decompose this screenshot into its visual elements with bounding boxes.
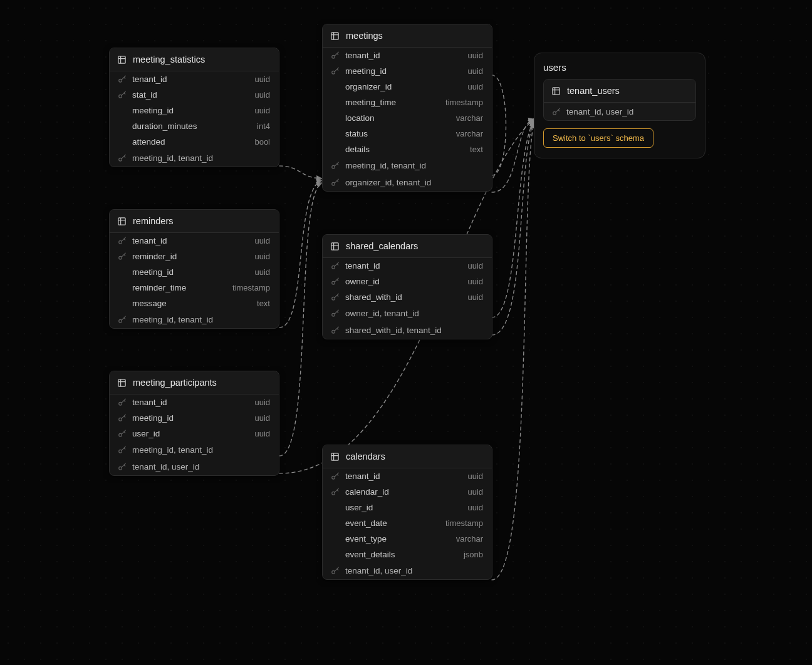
foreign-key-row: owner_id, tenant_id xyxy=(323,305,492,322)
svg-rect-8 xyxy=(118,379,125,386)
column-name: meeting_id xyxy=(132,267,249,277)
table-title: meeting_statistics xyxy=(133,54,205,64)
link-icon xyxy=(117,446,127,455)
column-row: tenant_iduuid xyxy=(110,233,279,249)
table-icon xyxy=(330,31,340,41)
table-icon xyxy=(551,86,561,96)
table-title: shared_calendars xyxy=(346,241,418,251)
table-title: meeting_participants xyxy=(133,378,217,388)
table-header: calendars xyxy=(323,445,492,468)
key-icon xyxy=(330,472,340,481)
column-name: user_id xyxy=(132,429,249,438)
column-type: uuid xyxy=(467,261,483,271)
table-title: calendars xyxy=(346,451,385,461)
column-type: uuid xyxy=(467,503,483,512)
column-row: detailstext xyxy=(323,142,492,157)
column-row: tenant_iduuid xyxy=(323,258,492,274)
fk-columns: tenant_id, user_id xyxy=(132,462,270,472)
column-row: stat_iduuid xyxy=(110,87,279,103)
table-title: tenant_users xyxy=(567,86,620,96)
table-tenant-users[interactable]: tenant_users tenant_id, user_id xyxy=(543,79,696,121)
column-row: messagetext xyxy=(110,296,279,311)
table-header: meeting_statistics xyxy=(110,48,279,71)
column-name: attended xyxy=(132,137,249,147)
table-calendars[interactable]: calendars tenant_iduuidcalendar_iduuidus… xyxy=(322,445,492,580)
table-icon xyxy=(330,452,340,461)
table-icon xyxy=(117,217,127,226)
column-row: tenant_iduuid xyxy=(323,48,492,63)
fk-columns: meeting_id, tenant_id xyxy=(132,315,270,324)
column-type: jsonb xyxy=(464,550,483,559)
table-body: tenant_id, user_id xyxy=(544,103,695,120)
column-row: shared_with_iduuid xyxy=(323,289,492,305)
column-row: event_detailsjsonb xyxy=(323,547,492,562)
schema-box-users[interactable]: users tenant_users tenant_id, user_id Sw… xyxy=(534,53,705,158)
column-row: meeting_iduuid xyxy=(110,103,279,118)
column-type: uuid xyxy=(254,90,270,100)
link-icon xyxy=(330,567,340,575)
table-meetings[interactable]: meetings tenant_iduuidmeeting_iduuidorga… xyxy=(322,24,492,192)
foreign-key-row: organizer_id, tenant_id xyxy=(323,174,492,191)
column-name: owner_id xyxy=(345,277,462,286)
column-name: tenant_id xyxy=(132,75,249,84)
column-type: uuid xyxy=(254,252,270,261)
column-type: uuid xyxy=(467,82,483,91)
table-header: meetings xyxy=(323,24,492,48)
schema-title: users xyxy=(543,62,696,73)
key-icon xyxy=(330,293,340,302)
foreign-key-row: meeting_id, tenant_id xyxy=(110,150,279,167)
switch-schema-button[interactable]: Switch to `users` schema xyxy=(543,128,653,148)
foreign-key-row: shared_with_id, tenant_id xyxy=(323,322,492,339)
column-type: varchar xyxy=(456,534,483,544)
table-shared-calendars[interactable]: shared_calendars tenant_iduuidowner_iduu… xyxy=(322,234,492,339)
column-row: locationvarchar xyxy=(323,110,492,126)
fk-columns: tenant_id, user_id xyxy=(345,566,483,575)
column-name: reminder_id xyxy=(132,252,249,261)
table-reminders[interactable]: reminders tenant_iduuidreminder_iduuidme… xyxy=(109,209,279,329)
column-name: stat_id xyxy=(132,90,249,100)
column-type: uuid xyxy=(467,292,483,302)
column-type: uuid xyxy=(467,472,483,481)
column-name: reminder_time xyxy=(132,283,227,292)
column-row: duration_minutesint4 xyxy=(110,118,279,134)
column-type: text xyxy=(470,145,483,154)
fk-columns: organizer_id, tenant_id xyxy=(345,178,483,187)
foreign-key-row: meeting_id, tenant_id xyxy=(110,441,279,458)
column-name: meeting_time xyxy=(345,98,440,107)
link-icon xyxy=(117,463,127,472)
fk-columns: tenant_id, user_id xyxy=(566,107,687,116)
column-name: shared_with_id xyxy=(345,292,462,302)
column-name: location xyxy=(345,113,451,123)
key-icon xyxy=(117,398,127,407)
column-type: varchar xyxy=(456,129,483,138)
column-name: tenant_id xyxy=(345,261,462,271)
column-row: meeting_iduuid xyxy=(323,63,492,79)
key-icon xyxy=(117,252,127,261)
column-row: event_datetimestamp xyxy=(323,515,492,531)
svg-rect-0 xyxy=(118,56,125,63)
column-type: text xyxy=(257,299,270,308)
column-row: calendar_iduuid xyxy=(323,484,492,500)
column-type: uuid xyxy=(254,75,270,84)
column-row: statusvarchar xyxy=(323,126,492,142)
fk-columns: meeting_id, tenant_id xyxy=(132,445,270,455)
column-name: event_date xyxy=(345,518,440,528)
table-body: tenant_iduuidowner_iduuidshared_with_idu… xyxy=(323,258,492,339)
table-meeting-statistics[interactable]: meeting_statistics tenant_iduuidstat_idu… xyxy=(109,48,279,167)
key-icon xyxy=(117,237,127,245)
column-type: uuid xyxy=(467,487,483,497)
link-icon xyxy=(330,178,340,187)
column-type: uuid xyxy=(254,106,270,115)
column-name: meeting_id xyxy=(345,66,462,76)
key-icon xyxy=(330,488,340,497)
table-meeting-participants[interactable]: meeting_participants tenant_iduuidmeetin… xyxy=(109,371,279,476)
column-name: duration_minutes xyxy=(132,121,252,131)
column-row: meeting_timetimestamp xyxy=(323,95,492,110)
table-body: tenant_iduuidmeeting_iduuidorganizer_idu… xyxy=(323,48,492,191)
column-name: event_type xyxy=(345,534,451,544)
column-name: status xyxy=(345,129,451,138)
column-type: uuid xyxy=(254,267,270,277)
link-icon xyxy=(330,309,340,318)
column-type: timestamp xyxy=(445,98,483,107)
column-row: tenant_iduuid xyxy=(110,71,279,87)
